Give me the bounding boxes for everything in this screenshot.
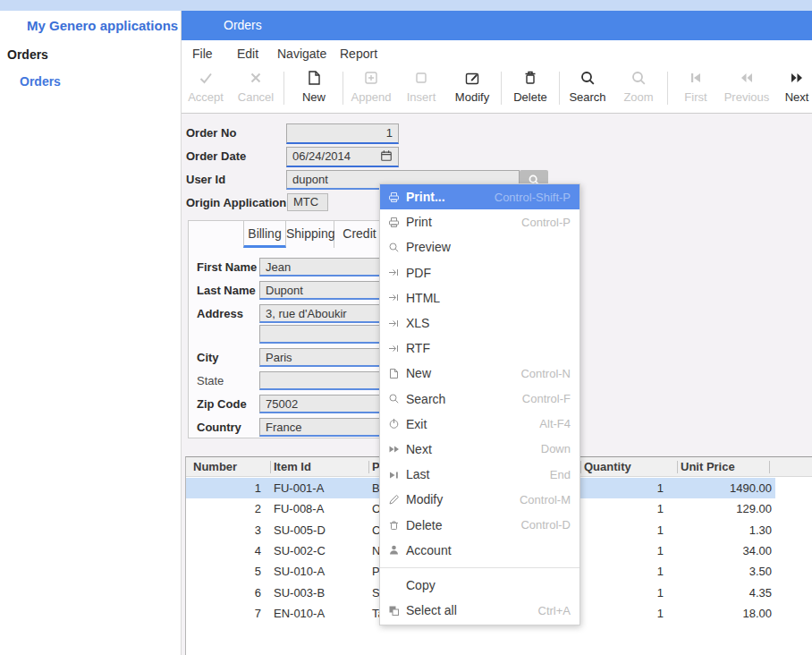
toolbar-next-button[interactable]: Next: [771, 70, 812, 104]
person-icon: [388, 544, 400, 556]
sidebar: My Genero applications Orders Orders: [0, 11, 182, 655]
first-name-label: First Name: [197, 260, 257, 274]
state-label: State: [197, 374, 224, 387]
plus-square-icon: [363, 73, 379, 89]
skip-last-icon: [388, 469, 400, 481]
toolbar-new-button[interactable]: New: [288, 70, 340, 104]
order-no-field[interactable]: 1: [286, 123, 399, 144]
select-all-icon: [388, 605, 400, 617]
toolbar-separator: [283, 72, 284, 105]
column-header-item-id[interactable]: Item Id: [274, 460, 311, 473]
cross-icon: [248, 73, 264, 89]
zip-code-label: Zip Code: [197, 397, 247, 411]
column-separator: [270, 461, 271, 473]
double-right-icon: [388, 443, 400, 455]
column-separator: [368, 461, 369, 473]
menu-navigate[interactable]: Navigate: [277, 47, 326, 61]
menubar: File Edit Navigate Report: [182, 40, 812, 65]
toolbar-append-button: Append: [345, 70, 397, 104]
window-tabbar: Orders: [182, 11, 812, 40]
toolbar-modify-button[interactable]: Modify: [446, 70, 498, 104]
context-menu: Print... Control-Shift-P Print Control-P…: [379, 183, 580, 625]
menu-report[interactable]: Report: [340, 47, 377, 61]
context-menu-item-new[interactable]: New Control-N: [380, 361, 579, 386]
double-right-icon: [789, 73, 805, 89]
top-strip: [0, 0, 812, 11]
context-menu-item-delete[interactable]: Delete Control-D: [380, 512, 579, 537]
magnifier-icon: [630, 73, 647, 89]
context-menu-separator: [380, 567, 579, 568]
tab-shipping[interactable]: Shipping: [286, 221, 334, 248]
context-menu-item-xls[interactable]: XLS: [380, 310, 579, 336]
window-tab-orders[interactable]: Orders: [224, 18, 262, 32]
new-document-icon: [306, 73, 322, 89]
context-menu-item-select-all[interactable]: Select all Ctrl+A: [380, 598, 579, 623]
tab-credit[interactable]: Credit: [334, 221, 385, 248]
toolbar-delete-button[interactable]: Delete: [504, 70, 556, 104]
sidebar-group-orders: Orders: [7, 47, 48, 62]
context-menu-item-next[interactable]: Next Down: [380, 437, 579, 462]
toolbar-insert-button: Insert: [395, 70, 447, 104]
toolbar-separator: [559, 72, 560, 105]
city-label: City: [197, 351, 219, 364]
calendar-icon[interactable]: [380, 149, 393, 162]
context-menu-item-pdf[interactable]: PDF: [380, 260, 579, 285]
column-header-unit-price[interactable]: Unit Price: [681, 460, 735, 473]
sidebar-header: My Genero applications: [27, 18, 178, 33]
blank-icon: [388, 579, 400, 591]
application-window: My Genero applications Orders Orders Ord…: [0, 0, 812, 655]
toolbar-first-button: First: [670, 70, 722, 104]
export-icon: [388, 343, 400, 354]
toolbar-previous-button: Previous: [721, 70, 773, 104]
menu-file[interactable]: File: [192, 47, 213, 61]
address-label: Address: [197, 307, 243, 320]
trash-icon: [388, 519, 400, 531]
column-separator: [580, 461, 581, 473]
pencil-icon: [388, 494, 400, 506]
magnifier-icon: [388, 393, 400, 404]
column-header-number[interactable]: Number: [193, 460, 237, 473]
toolbar-search-button[interactable]: Search: [562, 70, 613, 104]
tab-billing[interactable]: Billing: [243, 221, 286, 248]
last-name-label: Last Name: [197, 284, 256, 297]
toolbar-separator: [667, 72, 668, 105]
origin-application-label: Origin Application: [186, 196, 286, 209]
context-menu-item-last[interactable]: Last End: [380, 462, 579, 487]
check-icon: [198, 73, 214, 89]
context-menu-item-search[interactable]: Search Control-F: [380, 387, 579, 412]
context-menu-item-account[interactable]: Account: [380, 538, 579, 563]
column-header-quantity[interactable]: Quantity: [584, 460, 631, 473]
trash-icon: [522, 73, 538, 89]
user-id-label: User Id: [186, 173, 225, 186]
toolbar-separator: [501, 72, 502, 105]
context-menu-item-modify[interactable]: Modify Control-M: [380, 487, 579, 512]
context-menu-item-rtf[interactable]: RTF: [380, 336, 579, 361]
new-document-icon: [388, 368, 400, 379]
context-menu-item-print-dialog[interactable]: Print... Control-Shift-P: [380, 184, 579, 209]
context-menu-item-html[interactable]: HTML: [380, 285, 579, 310]
skip-first-icon: [688, 73, 704, 89]
sidebar-item-orders[interactable]: Orders: [20, 74, 61, 89]
context-menu-item-exit[interactable]: Exit Alt-F4: [380, 412, 579, 437]
context-menu-item-copy[interactable]: Copy: [380, 573, 579, 598]
pencil-square-icon: [464, 73, 480, 89]
context-menu-item-print[interactable]: Print Control-P: [380, 209, 579, 234]
double-left-icon: [739, 73, 755, 89]
export-icon: [388, 318, 400, 329]
menu-edit[interactable]: Edit: [237, 47, 258, 61]
toolbar-accept-button: Accept: [180, 70, 232, 104]
context-menu-item-preview[interactable]: Preview: [380, 234, 579, 259]
toolbar-separator: [343, 72, 343, 105]
toolbar-zoom-button: Zoom: [613, 70, 664, 104]
magnifier-icon: [579, 73, 596, 89]
column-separator: [769, 461, 770, 473]
toolbar-cancel-button: Cancel: [230, 70, 282, 104]
power-icon: [388, 418, 400, 430]
square-icon: [413, 73, 429, 89]
order-date-label: Order Date: [186, 149, 246, 163]
origin-application-field: MTC: [287, 193, 328, 211]
printer-icon: [388, 191, 400, 203]
export-icon: [388, 292, 400, 303]
country-label: Country: [197, 421, 241, 434]
order-no-label: Order No: [186, 126, 236, 140]
